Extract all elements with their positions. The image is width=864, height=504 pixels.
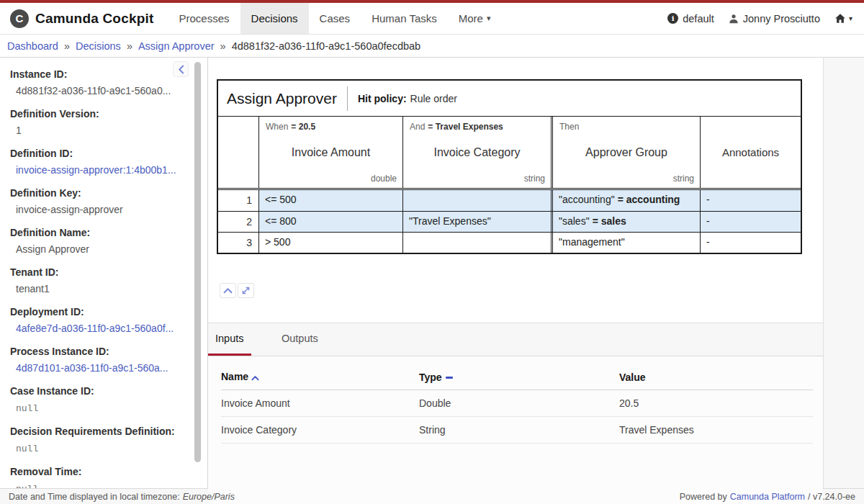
camunda-platform-link[interactable]: Camunda Platform xyxy=(730,492,805,502)
rule-row-1-matched: 1 <= 500 "accounting"= accounting - xyxy=(218,190,801,211)
field-case-instance-id: Case Instance ID: null xyxy=(10,384,189,416)
input-type: Double xyxy=(419,390,619,417)
field-label: Process Instance ID: xyxy=(10,345,189,359)
sidebar-scrollbar[interactable] xyxy=(194,62,201,462)
user-name: Jonny Prosciutto xyxy=(743,13,820,24)
rule-cell xyxy=(402,233,551,253)
field-process-instance-id: Process Instance ID: 4d87d101-a036-11f0-… xyxy=(10,345,189,376)
version-label: / v7.24.0-ee xyxy=(808,492,855,502)
annotations-column: Annotations xyxy=(700,117,801,188)
info-icon: i xyxy=(667,13,678,24)
field-label: Deployment ID: xyxy=(10,305,189,319)
rule-row-2-matched: 2 <= 800 "Travel Expenses" "sales"= sale… xyxy=(218,211,801,232)
sort-header-name[interactable]: Name xyxy=(221,365,419,390)
field-deployment-id: Deployment ID: 4afe8e7d-a036-11f0-a9c1-5… xyxy=(10,305,189,336)
field-value: invoice-assign-approver xyxy=(10,202,189,217)
field-label: Definition Name: xyxy=(10,226,189,240)
chevron-down-icon: ▾ xyxy=(487,14,491,23)
decision-table-title: Assign Approver xyxy=(227,90,337,107)
field-value: 4d881f32-a036-11f0-a9c1-560a0... xyxy=(10,84,189,99)
breadcrumb-separator: » xyxy=(64,40,70,52)
rule-cell xyxy=(402,190,551,211)
sidebar-collapse-button[interactable] xyxy=(173,61,189,77)
decision-table: Assign Approver Hit policy: Rule order W… xyxy=(217,79,802,254)
rule-annotation-cell: - xyxy=(700,190,801,211)
field-value: 1 xyxy=(10,123,189,138)
field-instance-id: Instance ID: 4d881f32-a036-11f0-a9c1-560… xyxy=(10,68,189,99)
field-definition-version: Definition Version: 1 xyxy=(10,107,189,138)
timezone-note: Date and Time displayed in local timezon… xyxy=(9,492,235,502)
divider xyxy=(347,86,348,111)
chevron-up-icon xyxy=(223,287,233,294)
sort-header-type[interactable]: Type xyxy=(419,365,619,390)
canvas-controls xyxy=(220,283,823,298)
row-number-column-header xyxy=(218,117,258,188)
column-type: string xyxy=(673,174,694,184)
user-icon xyxy=(729,14,739,24)
column-name: Annotations xyxy=(701,117,801,188)
decision-table-columns: When= 20.5 Invoice Amount double And= Tr… xyxy=(218,117,801,188)
user-menu[interactable]: Jonny Prosciutto xyxy=(729,13,820,24)
field-removal-time: Removal Time: null xyxy=(10,465,189,488)
field-value: Assign Approver xyxy=(10,242,189,257)
column-type: string xyxy=(524,174,545,184)
header-value: Value xyxy=(619,365,813,390)
rule-cell: "sales"= sales xyxy=(551,212,700,232)
nav-item-human-tasks[interactable]: Human Tasks xyxy=(361,3,448,34)
hit-policy-label: Hit policy: xyxy=(358,93,407,104)
nav-item-cases[interactable]: Cases xyxy=(309,3,361,34)
inputs-panel: Name Type Value Invoice Amount Double 20… xyxy=(208,356,823,504)
process-instance-id-link[interactable]: 4d87d101-a036-11f0-a9c1-560a... xyxy=(16,362,168,374)
engine-selector[interactable]: i default xyxy=(667,13,714,24)
nav-item-more[interactable]: More▾ xyxy=(448,3,502,34)
input-row: Invoice Category String Travel Expenses xyxy=(221,417,813,444)
dmn-canvas: Assign Approver Hit policy: Rule order W… xyxy=(208,79,823,323)
rule-number: 2 xyxy=(218,212,258,232)
rule-cell: "Travel Expenses" xyxy=(402,212,551,232)
decision-table-header: Assign Approver Hit policy: Rule order xyxy=(218,81,801,117)
breadcrumb-definition[interactable]: Assign Approver xyxy=(138,40,215,52)
input-value: 20.5 xyxy=(619,390,813,417)
breadcrumb-decisions[interactable]: Decisions xyxy=(76,40,121,52)
hit-policy-value: Rule order xyxy=(410,93,457,104)
brand[interactable]: C Camunda Cockpit xyxy=(10,3,154,34)
inputs-table: Name Type Value Invoice Amount Double 20… xyxy=(221,365,813,444)
sort-ascending-icon xyxy=(251,372,259,383)
maximize-panel-button[interactable] xyxy=(238,283,254,298)
deployment-id-link[interactable]: 4afe8e7d-a036-11f0-a9c1-560a0f... xyxy=(16,323,174,334)
field-label: Case Instance ID: xyxy=(10,384,189,398)
input-name: Invoice Amount xyxy=(221,390,419,417)
field-label: Decision Requirements Definition: xyxy=(10,425,189,438)
rule-cell: <= 800 xyxy=(258,212,402,232)
nav-item-processes[interactable]: Processes xyxy=(168,3,240,34)
field-value: null xyxy=(16,484,38,488)
rule-cell: "accounting"= accounting xyxy=(551,190,700,211)
io-tab-bar: Inputs Outputs xyxy=(208,323,823,356)
field-label: Tenant ID: xyxy=(10,266,189,279)
tab-inputs[interactable]: Inputs xyxy=(208,323,251,356)
field-label: Definition Key: xyxy=(10,186,189,200)
home-icon xyxy=(834,13,846,24)
tab-outputs[interactable]: Outputs xyxy=(274,323,325,356)
input-column-invoice-category: And= Travel Expenses Invoice Category st… xyxy=(402,117,551,188)
powered-by: Powered byCamunda Platform/ v7.24.0-ee xyxy=(680,492,855,502)
app-switcher[interactable]: ▾ xyxy=(834,13,852,24)
field-definition-key: Definition Key: invoice-assign-approver xyxy=(10,186,189,217)
breadcrumb-dashboard[interactable]: Dashboard xyxy=(7,40,58,52)
navbar-right: i default Jonny Prosciutto ▾ xyxy=(653,3,864,34)
camunda-logo-icon: C xyxy=(10,9,29,28)
instance-details-sidebar: Instance ID: 4d881f32-a036-11f0-a9c1-560… xyxy=(0,58,208,488)
input-name: Invoice Category xyxy=(221,417,419,444)
field-label: Definition Version: xyxy=(10,107,189,121)
input-column-invoice-amount: When= 20.5 Invoice Amount double xyxy=(258,117,402,188)
rule-cell: "management" xyxy=(551,233,700,253)
field-value: null xyxy=(16,444,38,454)
collapse-panel-button[interactable] xyxy=(220,283,236,298)
input-row: Invoice Amount Double 20.5 xyxy=(221,390,813,417)
brand-title: Camunda Cockpit xyxy=(35,11,154,27)
definition-id-link[interactable]: invoice-assign-approver:1:4b00b1... xyxy=(16,164,176,176)
engine-name: default xyxy=(683,13,714,24)
breadcrumb-separator: » xyxy=(127,40,132,52)
chevron-left-icon xyxy=(178,65,184,74)
nav-item-decisions[interactable]: Decisions xyxy=(240,3,309,34)
